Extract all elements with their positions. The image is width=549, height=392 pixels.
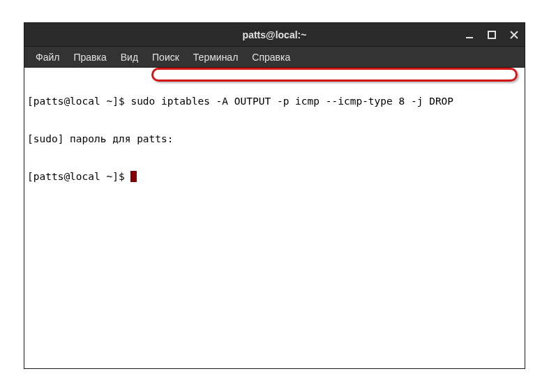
menu-file[interactable]: Файл xyxy=(29,48,66,66)
menu-search[interactable]: Поиск xyxy=(145,48,186,66)
command-text: sudo iptables -A OUTPUT -p icmp --icmp-t… xyxy=(130,96,453,107)
window-title: patts@local:~ xyxy=(243,29,307,40)
menu-view[interactable]: Вид xyxy=(114,48,145,66)
highlight-annotation xyxy=(151,68,518,82)
svg-rect-1 xyxy=(488,31,495,38)
menu-help[interactable]: Справка xyxy=(245,48,297,66)
terminal-line: [sudo] пароль для patts: xyxy=(27,133,522,145)
window-controls xyxy=(463,23,520,46)
minimize-icon xyxy=(465,31,474,39)
maximize-icon xyxy=(488,31,496,39)
prompt: [patts@local ~]$ xyxy=(27,171,130,182)
svg-rect-0 xyxy=(466,37,473,38)
maximize-button[interactable] xyxy=(486,29,498,41)
menu-edit[interactable]: Правка xyxy=(66,48,113,66)
output-text: [sudo] пароль для patts: xyxy=(27,133,174,144)
close-icon xyxy=(510,31,518,39)
terminal-line: [patts@local ~]$ sudo iptables -A OUTPUT… xyxy=(27,95,522,107)
terminal-window: patts@local:~ Файл Правка Вид Поиск Терм… xyxy=(24,22,525,369)
terminal-body[interactable]: [patts@local ~]$ sudo iptables -A OUTPUT… xyxy=(24,68,525,368)
minimize-button[interactable] xyxy=(463,29,476,41)
menu-terminal[interactable]: Терминал xyxy=(186,48,245,66)
close-button[interactable] xyxy=(508,29,520,41)
cursor-icon xyxy=(130,171,137,182)
terminal-line: [patts@local ~]$ xyxy=(27,170,522,183)
menubar: Файл Правка Вид Поиск Терминал Справка xyxy=(24,47,525,68)
titlebar: patts@local:~ xyxy=(24,23,525,47)
prompt: [patts@local ~]$ xyxy=(27,96,130,107)
